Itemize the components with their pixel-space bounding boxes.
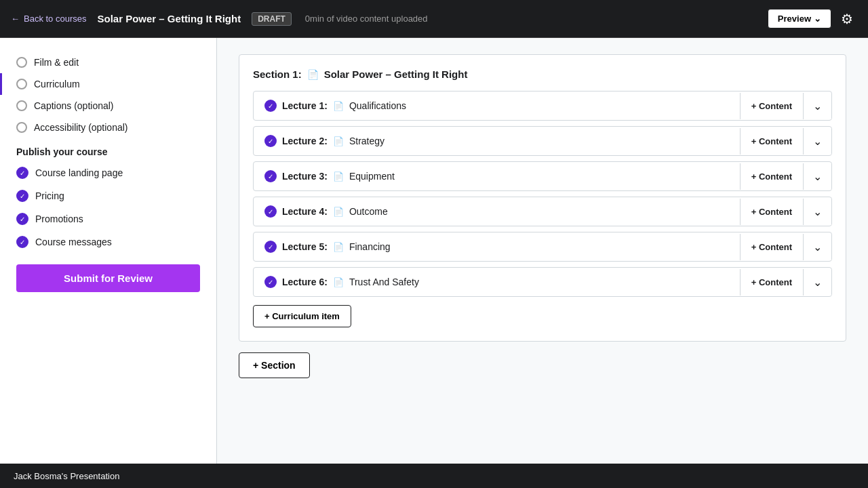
lecture-info: Lecture 6: 📄 Trust And Safety: [254, 268, 740, 296]
add-curriculum-item-button[interactable]: + Curriculum item: [253, 305, 351, 327]
lecture-number: Lecture 1:: [282, 100, 328, 111]
promotions-check-icon: [16, 213, 28, 225]
lecture-actions: + Content ⌄: [740, 163, 831, 190]
content-button-lecture-2[interactable]: + Content: [741, 128, 804, 155]
lecture-actions: + Content ⌄: [740, 128, 831, 155]
footer-bar: Jack Bosma's Presentation: [0, 464, 868, 488]
pricing-label: Pricing: [35, 190, 64, 201]
lecture-doc-icon: 📄: [333, 242, 344, 252]
upload-status: 0min of video content uploaded: [305, 14, 428, 24]
settings-button[interactable]: ⚙: [837, 7, 857, 31]
lecture-row: Lecture 2: 📄 Strategy + Content ⌄: [253, 126, 832, 156]
preview-chevron-icon: ⌄: [814, 14, 821, 24]
sidebar-item-accessibility[interactable]: Accessibility (optional): [0, 117, 216, 138]
preview-label: Preview: [778, 14, 811, 24]
expand-button-lecture-1[interactable]: ⌄: [804, 93, 831, 119]
course-messages-check-icon: [16, 236, 28, 248]
sidebar-item-captions[interactable]: Captions (optional): [0, 95, 216, 117]
expand-button-lecture-4[interactable]: ⌄: [804, 199, 831, 225]
sidebar-item-promotions[interactable]: Promotions: [0, 207, 216, 230]
lecture-check-icon: [264, 170, 277, 182]
content-button-lecture-3[interactable]: + Content: [741, 163, 804, 190]
preview-button[interactable]: Preview ⌄: [768, 9, 831, 28]
submit-for-review-button[interactable]: Submit for Review: [16, 264, 200, 292]
lecture-actions: + Content ⌄: [740, 234, 831, 260]
expand-button-lecture-6[interactable]: ⌄: [804, 269, 831, 296]
lecture-doc-icon: 📄: [333, 171, 344, 182]
content-button-lecture-5[interactable]: + Content: [741, 234, 804, 260]
lecture-actions: + Content ⌄: [740, 199, 831, 225]
lecture-row: Lecture 1: 📄 Qualifications + Content ⌄: [253, 91, 832, 121]
publish-section-title: Publish your course: [0, 138, 216, 161]
lecture-actions: + Content ⌄: [740, 93, 831, 119]
sidebar-item-film-edit[interactable]: Film & edit: [0, 52, 216, 73]
course-title: Solar Power – Getting It Right: [98, 13, 241, 24]
content-area: Section 1: 📄 Solar Power – Getting It Ri…: [217, 38, 868, 488]
expand-button-lecture-3[interactable]: ⌄: [804, 163, 831, 190]
content-button-lecture-1[interactable]: + Content: [741, 93, 804, 119]
lecture-number: Lecture 5:: [282, 241, 328, 252]
back-to-courses-label: Back to courses: [24, 14, 87, 24]
lecture-doc-icon: 📄: [333, 207, 344, 217]
lecture-info: Lecture 3: 📄 Equipment: [254, 162, 740, 190]
lecture-info: Lecture 4: 📄 Outcome: [254, 197, 740, 226]
add-section-button[interactable]: + Section: [239, 352, 310, 378]
curriculum-radio-icon: [16, 79, 27, 89]
draft-badge: DRAFT: [252, 12, 292, 26]
lecture-row: Lecture 4: 📄 Outcome + Content ⌄: [253, 197, 832, 226]
section-card: Section 1: 📄 Solar Power – Getting It Ri…: [239, 54, 846, 342]
expand-button-lecture-2[interactable]: ⌄: [804, 128, 831, 155]
curriculum-label: Curriculum: [34, 79, 80, 89]
lecture-info: Lecture 5: 📄 Financing: [254, 232, 740, 261]
lecture-row: Lecture 5: 📄 Financing + Content ⌄: [253, 232, 832, 262]
back-to-courses-link[interactable]: ← Back to courses: [11, 14, 87, 24]
course-landing-page-check-icon: [16, 167, 28, 179]
lecture-name: Equipment: [349, 171, 395, 182]
promotions-label: Promotions: [35, 214, 83, 224]
back-arrow-icon: ←: [11, 14, 20, 24]
lecture-row: Lecture 6: 📄 Trust And Safety + Content …: [253, 267, 832, 297]
lecture-doc-icon: 📄: [333, 136, 344, 146]
lecture-number: Lecture 4:: [282, 206, 328, 217]
section-title: Solar Power – Getting It Right: [324, 68, 468, 80]
section-header: Section 1: 📄 Solar Power – Getting It Ri…: [253, 68, 832, 80]
lecture-check-icon: [264, 205, 277, 218]
film-edit-radio-icon: [16, 57, 27, 68]
film-edit-label: Film & edit: [34, 57, 79, 68]
lecture-name: Qualifications: [349, 100, 406, 111]
lecture-name: Outcome: [349, 206, 388, 217]
pricing-check-icon: [16, 190, 28, 202]
sidebar-item-curriculum[interactable]: Curriculum: [0, 73, 216, 95]
lecture-check-icon: [264, 241, 277, 253]
footer-label: Jack Bosma's Presentation: [14, 471, 119, 481]
lecture-check-icon: [264, 135, 277, 147]
main-layout: Film & edit Curriculum Captions (optiona…: [0, 38, 868, 488]
accessibility-label: Accessibility (optional): [34, 122, 128, 133]
lecture-actions: + Content ⌄: [740, 269, 831, 296]
lecture-name: Financing: [349, 241, 391, 252]
lecture-name: Strategy: [349, 136, 384, 146]
lecture-number: Lecture 2:: [282, 136, 328, 146]
captions-label: Captions (optional): [34, 100, 114, 111]
section-doc-icon: 📄: [307, 69, 319, 80]
accessibility-radio-icon: [16, 122, 27, 133]
lecture-check-icon: [264, 276, 277, 288]
lecture-check-icon: [264, 100, 277, 112]
course-messages-label: Course messages: [35, 237, 112, 247]
topbar: ← Back to courses Solar Power – Getting …: [0, 0, 868, 38]
lecture-doc-icon: 📄: [333, 101, 344, 111]
content-button-lecture-6[interactable]: + Content: [741, 269, 804, 296]
course-landing-page-label: Course landing page: [35, 167, 123, 178]
lecture-name: Trust And Safety: [349, 277, 419, 287]
captions-radio-icon: [16, 100, 27, 111]
content-button-lecture-4[interactable]: + Content: [741, 199, 804, 225]
lecture-row: Lecture 3: 📄 Equipment + Content ⌄: [253, 161, 832, 191]
sidebar-item-course-landing-page[interactable]: Course landing page: [0, 161, 216, 184]
lecture-number: Lecture 3:: [282, 171, 328, 182]
sidebar-item-course-messages[interactable]: Course messages: [0, 230, 216, 253]
topbar-actions: Preview ⌄ ⚙: [768, 7, 857, 31]
sidebar-item-pricing[interactable]: Pricing: [0, 184, 216, 207]
expand-button-lecture-5[interactable]: ⌄: [804, 234, 831, 260]
section-label: Section 1:: [253, 68, 302, 80]
lecture-number: Lecture 6:: [282, 277, 328, 287]
